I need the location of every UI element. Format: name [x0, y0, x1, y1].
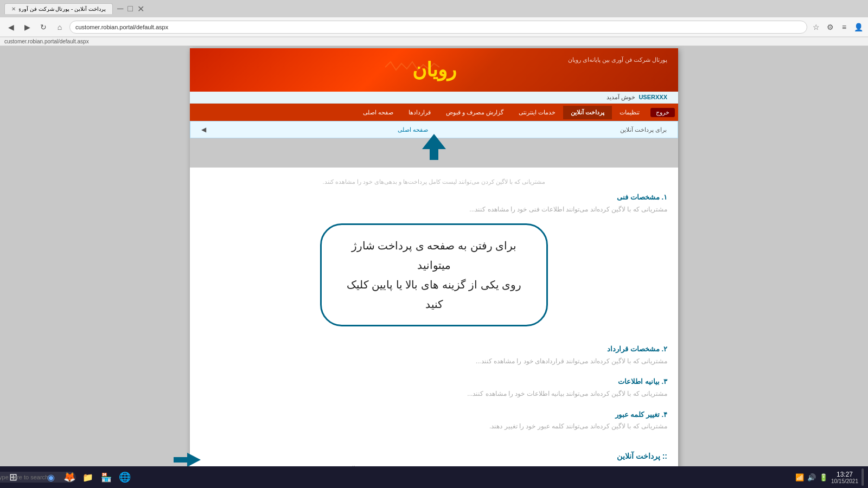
nav-item-home[interactable]: صفحه اصلی — [355, 106, 401, 119]
section-1-text: مشتریانی که با لاگین کرده‌اند می‌توانند … — [469, 206, 667, 213]
breadcrumb: صفحه اصلی — [398, 126, 428, 133]
nav-item-contracts[interactable]: قراردادها — [401, 106, 438, 119]
taskbar: ⊞ ◉ 🦊 📁 🏪 🌐 📶 🔊 🔋 13:27 10/15/2021 — [0, 466, 868, 488]
section-1: ۱. مشخصات فنی مشتریانی که با لاگین کرده‌… — [201, 191, 667, 215]
bg-text-1: مشتریانی که با لاگین کردن می‌توانند لیست… — [201, 178, 667, 185]
nav-item-online-payment[interactable]: پرداخت آنلاین — [563, 106, 612, 119]
back-button[interactable]: ◀ — [4, 21, 17, 34]
nav-item-internet[interactable]: خدمات اینترنتی — [511, 106, 563, 119]
instruction-text: برای پرداخت آنلاین — [620, 126, 667, 133]
nav-item-usage[interactable]: گزارش مصرف و قبوض — [438, 106, 511, 119]
annotation-arrow-left — [174, 452, 201, 468]
left-arrow-svg — [174, 452, 201, 468]
section-4: ۴. تغییر کلمه عبور مشتریانی که با لاگین … — [201, 408, 667, 433]
browser-tab[interactable]: پرداخت آنلاین - پورتال شرکت فن آوری... ✕ — [4, 3, 113, 14]
tab-close-button[interactable]: ✕ — [11, 6, 16, 12]
taskbar-cortana[interactable]: ◉ — [43, 470, 59, 485]
extensions-icon[interactable]: ⚙ — [825, 22, 835, 33]
site-nav: خروج تنظیمات پرداخت آنلاین خدمات اینترنت… — [190, 104, 678, 121]
content-area: مشتریانی که با لاگین کردن می‌توانند لیست… — [190, 168, 678, 488]
section-2-text: مشتریانی که با لاگین کرده‌اند می‌توانند … — [476, 357, 667, 365]
arrow-right: ◀ — [201, 126, 206, 133]
section-3-text: مشتریانی که با لاگین کرده‌اند می‌توانند … — [467, 390, 667, 397]
section-4-wrapper: ۴. تغییر کلمه عبور مشتریانی که با لاگین … — [201, 408, 667, 441]
home-button[interactable]: ⌂ — [53, 21, 66, 34]
user-bar: USERXXX خوش آمدید — [190, 92, 678, 104]
menu-icon[interactable]: ≡ — [839, 22, 850, 33]
close-window-button[interactable]: ✕ — [137, 4, 144, 14]
maximize-button[interactable]: □ — [127, 4, 133, 14]
header-wave — [385, 59, 439, 75]
taskbar-tray: 📶 🔊 🔋 — [795, 473, 828, 481]
taskbar-browser[interactable]: 🦊 — [62, 470, 77, 485]
show-desktop-button[interactable] — [861, 468, 864, 486]
instruction-line1: برای رفتن به صفحه ی پرداخت شارژ میتوانید — [343, 236, 525, 275]
bookmark-icon[interactable]: ☆ — [810, 22, 821, 33]
userbar-greeting: USERXXX خوش آمدید — [607, 94, 667, 101]
up-arrow-svg — [422, 133, 446, 160]
svg-marker-1 — [174, 453, 201, 467]
arrow-up-indicator — [190, 133, 678, 162]
section-2-title: ۲. مشخصات قرارداد — [607, 345, 667, 353]
nav-item-settings[interactable]: تنظیمات — [612, 106, 647, 119]
address-bar[interactable] — [69, 21, 807, 34]
tray-volume: 🔊 — [807, 473, 816, 481]
forward-button[interactable]: ▶ — [21, 21, 34, 34]
section-3-title: ۳. بیانیه اطلاعات — [618, 377, 667, 386]
profile-icon[interactable]: 👤 — [853, 22, 864, 33]
tab-title: پرداخت آنلاین - پورتال شرکت فن آوری... — [19, 6, 106, 12]
site-container: پورتال شرکت فن آوری بین پایانه‌ای رویان … — [190, 48, 678, 488]
site-tagline: پورتال شرکت فن آوری بین پایانه‌ای رویان — [568, 56, 667, 63]
taskbar-search[interactable] — [25, 470, 40, 485]
tray-network: 📶 — [795, 473, 804, 481]
payment-title: :: پرداخت آنلاین — [201, 452, 667, 460]
nav-item-logout[interactable]: خروج — [650, 108, 675, 117]
refresh-button[interactable]: ↻ — [37, 21, 50, 34]
taskbar-store[interactable]: 🏪 — [99, 470, 114, 485]
section-3: ۳. بیانیه اطلاعات مشتریانی که با لاگین ک… — [201, 375, 667, 400]
instruction-line2: روی یکی از گزینه های بالا یا پایین کلیک … — [343, 275, 525, 314]
section-1-title: ۱. مشخصات فنی — [617, 193, 667, 201]
section-4-title: ۴. تغییر کلمه عبور — [615, 410, 667, 419]
section-4-text: مشتریانی که با لاگین کرده‌اند می‌توانند … — [489, 422, 667, 430]
tray-battery: 🔋 — [819, 473, 828, 481]
taskbar-firefox[interactable]: 🌐 — [117, 470, 132, 485]
taskbar-files[interactable]: 📁 — [80, 470, 95, 485]
minimize-button[interactable]: ─ — [117, 4, 123, 14]
site-header: پورتال شرکت فن آوری بین پایانه‌ای رویان … — [190, 48, 678, 92]
taskbar-time: 13:27 10/15/2021 — [831, 471, 858, 484]
svg-marker-0 — [422, 134, 446, 160]
status-bar: customer.robian.portal/default.aspx — [0, 37, 868, 46]
section-2: ۲. مشخصات قرارداد مشتریانی که با لاگین ک… — [201, 343, 667, 367]
main-instruction-box: برای رفتن به صفحه ی پرداخت شارژ میتوانید… — [320, 223, 548, 326]
